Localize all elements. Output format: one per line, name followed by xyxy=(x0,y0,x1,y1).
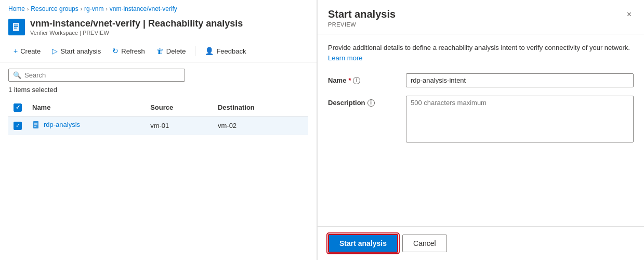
checkbox-header-cell: ✓ xyxy=(8,99,27,116)
chevron-icon-3: › xyxy=(106,6,107,12)
breadcrumb-home[interactable]: Home xyxy=(8,5,25,12)
chevron-icon-2: › xyxy=(81,6,82,12)
toolbar-divider xyxy=(195,46,195,56)
name-label: Name * i xyxy=(328,73,396,84)
search-icon: 🔍 xyxy=(13,71,21,79)
content-area: 🔍 1 items selected ✓ Name Source Destina… xyxy=(0,62,317,260)
row-name-cell: rdp-analysis xyxy=(27,116,145,135)
learn-more-link[interactable]: Learn more xyxy=(328,54,362,62)
refresh-button[interactable]: ↻ Refresh xyxy=(107,44,150,58)
drawer-body: Provide additional details to define a r… xyxy=(318,34,644,226)
name-input[interactable] xyxy=(406,73,634,87)
row-destination-cell: vm-02 xyxy=(213,116,308,135)
plus-icon: + xyxy=(14,47,18,55)
search-box[interactable]: 🔍 xyxy=(8,69,185,82)
start-analysis-button[interactable]: ▷ Start analysis xyxy=(47,44,106,58)
feedback-icon: 👤 xyxy=(205,47,214,55)
delete-button[interactable]: 🗑 Delete xyxy=(151,44,191,58)
start-analysis-submit-button[interactable]: Start analysis xyxy=(328,234,398,253)
column-header-destination: Destination xyxy=(213,99,308,116)
description-textarea[interactable] xyxy=(406,96,634,142)
required-indicator: * xyxy=(348,76,351,84)
drawer-footer: Start analysis Cancel xyxy=(318,226,644,260)
left-panel: Home › Resource groups › rg-vnm › vnm-in… xyxy=(0,0,317,260)
row-checkbox[interactable]: ✓ xyxy=(14,122,22,130)
page-title: vnm-instance/vnet-verify | Reachability … xyxy=(30,18,243,30)
drawer-title: Start analysis xyxy=(328,8,396,20)
play-icon: ▷ xyxy=(52,47,58,55)
row-source-cell: vm-01 xyxy=(145,116,213,135)
breadcrumb-rg-vnm[interactable]: rg-vnm xyxy=(84,5,103,12)
document-icon xyxy=(11,22,22,32)
cancel-button[interactable]: Cancel xyxy=(402,235,447,252)
search-input[interactable] xyxy=(24,71,180,79)
delete-icon: 🗑 xyxy=(156,47,164,55)
page-title-block: vnm-instance/vnet-verify | Reachability … xyxy=(30,18,243,36)
description-form-group: Description i xyxy=(328,96,634,142)
row-icon: rdp-analysis xyxy=(32,121,80,129)
breadcrumb: Home › Resource groups › rg-vnm › vnm-in… xyxy=(0,0,317,16)
items-selected-count: 1 items selected xyxy=(8,86,308,94)
page-subtitle: Verifier Workspace | PREVIEW xyxy=(30,30,243,36)
column-header-source: Source xyxy=(145,99,213,116)
description-label: Description i xyxy=(328,96,396,107)
drawer-header: Start analysis PREVIEW × xyxy=(318,0,644,34)
close-button[interactable]: × xyxy=(625,8,634,21)
info-text: Provide additional details to define a r… xyxy=(328,43,634,63)
row-checkbox-cell[interactable]: ✓ xyxy=(8,116,27,135)
description-info-icon: i xyxy=(367,99,375,107)
chevron-icon: › xyxy=(27,6,29,12)
name-info-icon: i xyxy=(353,77,360,84)
svg-rect-0 xyxy=(13,23,19,31)
right-panel: Start analysis PREVIEW × Provide additio… xyxy=(317,0,644,260)
breadcrumb-resource-groups[interactable]: Resource groups xyxy=(31,5,78,12)
page-header: vnm-instance/vnet-verify | Reachability … xyxy=(0,16,317,40)
select-all-checkbox[interactable]: ✓ xyxy=(14,103,22,112)
column-header-name: Name xyxy=(27,99,145,116)
feedback-button[interactable]: 👤 Feedback xyxy=(200,44,251,58)
analysis-icon xyxy=(32,121,41,129)
name-form-group: Name * i xyxy=(328,73,634,87)
data-table: ✓ Name Source Destination ✓ xyxy=(8,99,308,135)
toolbar: + Create ▷ Start analysis ↻ Refresh 🗑 De… xyxy=(0,40,317,62)
table-header-row: ✓ Name Source Destination xyxy=(8,99,308,116)
page-icon xyxy=(8,19,25,35)
create-button[interactable]: + Create xyxy=(8,44,46,58)
breadcrumb-instance[interactable]: vnm-instance/vnet-verify xyxy=(110,5,177,12)
table-row[interactable]: ✓ rdp-analysis xyxy=(8,116,308,135)
refresh-icon: ↻ xyxy=(112,47,119,55)
drawer-title-block: Start analysis PREVIEW xyxy=(328,8,396,28)
row-name-link[interactable]: rdp-analysis xyxy=(44,121,80,128)
drawer-subtitle: PREVIEW xyxy=(328,21,396,28)
